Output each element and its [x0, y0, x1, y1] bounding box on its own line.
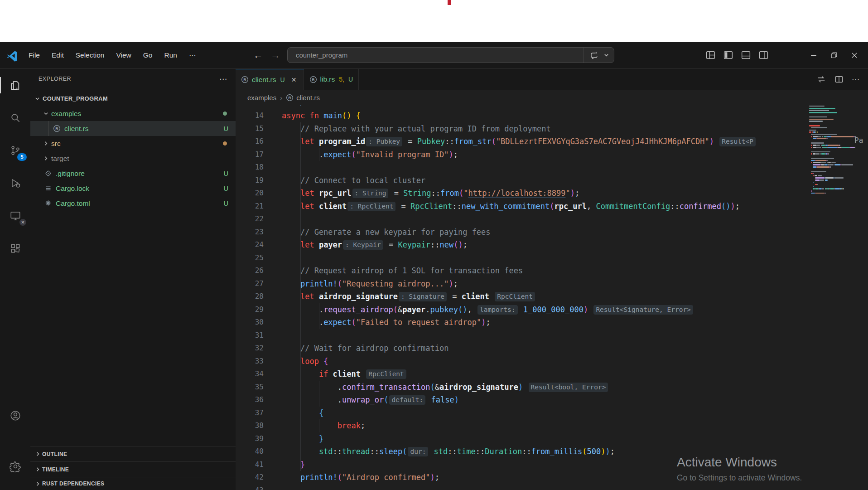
section-rust-dependencies[interactable]: RUST DEPENDENCIES [30, 477, 236, 490]
split-editor-icon[interactable] [834, 74, 844, 84]
code-line-35: 35 .confirm_transaction(&airdrop_signatu… [236, 381, 868, 394]
git-status-badge: U [224, 200, 228, 207]
tab-decoration: U [280, 76, 285, 83]
vscode-window: FileEditSelectionViewGoRun⋯ ← → counter_… [0, 42, 868, 490]
tab-lib-rs[interactable]: Rlib.rs5,U [304, 69, 359, 90]
line-content: .expect("Invalid program ID"); [282, 148, 458, 161]
line-number: 27 [236, 277, 264, 291]
inlay-hint: : Signature [399, 292, 447, 301]
tree-item-cargo-toml[interactable]: Cargo.tomlU [30, 196, 236, 211]
copilot-menu[interactable] [583, 48, 614, 63]
section-timeline[interactable]: TIMELINE [30, 461, 236, 477]
account-icon[interactable] [10, 399, 21, 432]
tree-item-cargo-lock[interactable]: Cargo.lockU [30, 181, 236, 196]
line-number: 32 [236, 342, 264, 355]
line-content: break; [282, 419, 365, 432]
chevron-down-icon [33, 96, 41, 102]
tree-item-examples[interactable]: examples [30, 106, 236, 121]
views-more-actions-icon[interactable]: ⋯ [219, 74, 227, 84]
minimize-button[interactable] [803, 42, 824, 68]
command-center[interactable]: counter_program [287, 47, 614, 63]
code-line-43: 43 [236, 484, 868, 490]
menu-go[interactable]: Go [137, 48, 159, 63]
explorer-sidebar: EXPLORER ⋯ COUNTER_PROGRAMexamplesRclien… [30, 69, 236, 490]
inlay-hint: Result<P [719, 137, 756, 146]
source-control-icon[interactable]: 5 [0, 134, 30, 167]
explorer-icon[interactable] [0, 69, 30, 102]
toggle-primary-sidebar-icon[interactable] [723, 49, 734, 61]
code-line-33: 33 loop { [236, 355, 868, 368]
customize-layout-icon[interactable] [705, 49, 716, 61]
toggle-panel-icon[interactable] [740, 49, 752, 61]
git-status-dot [223, 112, 227, 116]
tree-item-label: .gitignore [56, 170, 85, 178]
code-line-28: 28 let airdrop_signature: Signature = cl… [236, 290, 868, 303]
tree-item-target[interactable]: target [30, 151, 236, 166]
tree-root-counter-program[interactable]: COUNTER_PROGRAM [30, 91, 236, 106]
inlay-hint: RpcClient [366, 369, 406, 379]
line-number: 43 [236, 484, 264, 490]
line-content: .unwrap_or(default: false) [282, 393, 459, 407]
menu-file[interactable]: File [23, 48, 46, 63]
more-actions-icon[interactable]: ⋯ [852, 75, 860, 84]
line-content: let payer: Keypair = Keypair::new(); [282, 238, 468, 252]
tab-client-rs[interactable]: Rclient.rsU✕ [236, 69, 304, 90]
run-and-debug-icon[interactable] [0, 167, 30, 199]
breadcrumb-item[interactable]: client.rs [296, 94, 320, 102]
screenshot-root: { "page": { "note_artifact": "small red … [0, 0, 868, 490]
code-editor[interactable]: Run | Debug 14async fn main() {15 // Rep… [236, 105, 868, 490]
codelens-run-debug[interactable]: Run | Debug [282, 105, 328, 106]
menu-[interactable]: ⋯ [183, 48, 202, 63]
inlay-hint: Result<bool, Error> [529, 383, 608, 392]
open-changes-icon[interactable] [816, 74, 826, 84]
sidebar-bottom-sections: OUTLINETIMELINERUST DEPENDENCIES [30, 446, 236, 490]
code-line-26: 26 // Request airdrop of 1 SOL for trans… [236, 264, 868, 277]
inlay-hint: default: [389, 395, 425, 405]
line-number: 18 [236, 161, 264, 174]
tab-bar: Rclient.rsU✕Rlib.rs5,U⋯ [236, 69, 868, 90]
menu-run[interactable]: Run [158, 48, 183, 63]
line-content: async fn main() { [282, 109, 361, 122]
breadcrumb[interactable]: examples›Rclient.rs [236, 90, 868, 105]
menu-edit[interactable]: Edit [46, 48, 70, 63]
svg-text:R: R [243, 78, 246, 82]
remote-monitor-icon[interactable]: ✕ [0, 199, 30, 232]
tab-decoration: U [348, 76, 353, 83]
restore-button[interactable] [824, 42, 844, 68]
line-number: 33 [236, 355, 264, 368]
clipped-text-fragment: Pa [854, 136, 863, 145]
line-content: std::thread::sleep(dur: std::time::Durat… [282, 445, 615, 458]
code-line-14: 14async fn main() { [236, 109, 868, 122]
tree-item-src[interactable]: src [30, 136, 236, 151]
menu-view[interactable]: View [110, 48, 137, 63]
rust-file-icon: R [53, 125, 61, 132]
toggle-secondary-sidebar-icon[interactable] [758, 49, 769, 61]
tab-decoration: 5, [339, 76, 344, 83]
section-outline[interactable]: OUTLINE [30, 446, 236, 461]
line-number: 26 [236, 264, 264, 277]
search-icon[interactable] [0, 102, 30, 134]
tree-item--gitignore[interactable]: .gitignoreU [30, 166, 236, 181]
inlay-hint: lamports: [477, 305, 518, 315]
breadcrumb-item[interactable]: examples [247, 94, 276, 102]
forward-arrow-icon[interactable]: → [269, 49, 282, 62]
svg-text:R: R [55, 126, 58, 131]
line-number: 15 [236, 122, 264, 136]
chevron-right-icon [33, 451, 42, 457]
minimap[interactable] [809, 105, 860, 212]
close-button[interactable] [844, 42, 864, 68]
extensions-icon[interactable] [0, 232, 30, 265]
menu-selection[interactable]: Selection [70, 48, 111, 63]
back-arrow-icon[interactable]: ← [251, 49, 265, 62]
line-number: 19 [236, 174, 264, 187]
line-number: 38 [236, 419, 264, 432]
inlay-hint: : RpcClient [347, 202, 395, 211]
chevron-right-icon [42, 141, 50, 146]
code-line-32: 32 // Wait for airdrop confirmation [236, 342, 868, 355]
line-content: loop { [282, 355, 328, 368]
settings-icon[interactable] [10, 450, 21, 483]
title-bar: FileEditSelectionViewGoRun⋯ ← → counter_… [0, 42, 868, 69]
tree-item-client-rs[interactable]: Rclient.rsU [30, 121, 236, 136]
tab-close-icon[interactable]: ✕ [290, 76, 298, 84]
code-line-27: 27 println!("Requesting airdrop..."); [236, 277, 868, 291]
